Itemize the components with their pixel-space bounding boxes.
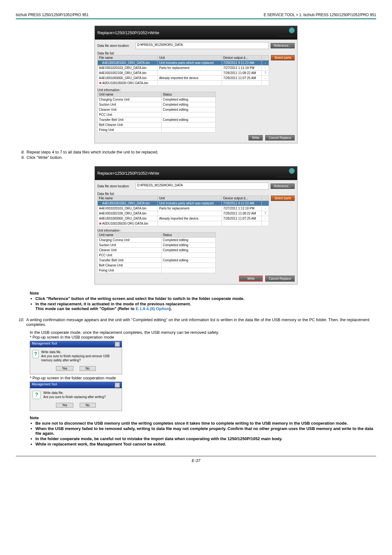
write-screen-2: Replace>1250/1250P/1052>Write KONICA MIN… (95, 166, 297, 284)
table-row[interactable]: A4EU001000000_ORU_DATA.binAlready import… (98, 216, 269, 221)
store-location-label: Data file store location: (97, 44, 134, 47)
brand-logo-label: KONICA MINOLTA (276, 35, 295, 37)
data-file-list-label: Data file list: (97, 192, 295, 196)
page-header: bizhub PRESS 1250/1250P/1052/PRO 951 E S… (16, 13, 376, 19)
write-button-2[interactable]: Write (239, 276, 263, 282)
popup-caption-2: * Pop-up screen in the folder cooperatio… (30, 376, 376, 380)
data-file-table[interactable]: File name Unit Device output d... ➡ A4EU… (97, 55, 269, 86)
reference-button[interactable]: Reference... (271, 43, 295, 48)
question-icon: ? (33, 391, 41, 399)
popup-msg-2: Are you sure to finish replacing and rem… (41, 354, 119, 362)
yes-button[interactable]: Yes (56, 403, 73, 408)
note-bullet: In the folder cooperate mode, be careful… (35, 436, 376, 441)
write-button-1[interactable]: Write (248, 135, 263, 140)
table-row[interactable]: ✖ A0DU100105030 ORU DATA.bin (98, 81, 269, 86)
data-file-list-label: Data file list: (97, 52, 295, 55)
popup-msg-1: Write data file. (41, 350, 119, 354)
app-title-bar: Replace>1250/1250P/1052>Write KONICA MIN… (95, 26, 297, 40)
col-filename: File name (98, 55, 158, 60)
yes-button[interactable]: Yes (56, 366, 73, 371)
select-parts-button[interactable]: Select parts (271, 196, 295, 201)
no-button[interactable]: No (80, 403, 96, 408)
table-row[interactable]: ➡ A4EU001001001_ORU_DATA.bin Unit includ… (98, 60, 269, 65)
close-icon[interactable]: × (115, 383, 120, 388)
x-icon: ✖ (99, 222, 101, 225)
note-bullet: While in replacement work, the Managemen… (35, 442, 376, 446)
note-2: Note Be sure not to disconnect the USB m… (30, 415, 376, 446)
x-icon: ✖ (99, 81, 101, 85)
table-row[interactable]: A4EV001020103_ORU_DATA.binParts for repl… (98, 206, 269, 211)
app-title-bar: Replace>1250/1250P/1052>Write KONICA MIN… (95, 166, 297, 180)
brand-logo-icon (289, 28, 295, 33)
cancel-replace-button-1[interactable]: Cancel Replace (265, 135, 295, 140)
app-title-text: Replace>1250/1250P/1052>Write (97, 171, 159, 176)
option-link[interactable]: E.1.8.4.(8) Option (136, 306, 169, 311)
table-row[interactable]: A4EX001002108_ORU_DATA.bin7/26/2011 11:0… (98, 211, 269, 216)
arrow-icon: ➡ (99, 202, 101, 205)
close-icon[interactable]: × (115, 342, 120, 347)
col-date: Device output d... (222, 55, 262, 60)
unit-info-table: Unit name Status Charging Corona UnitCom… (97, 92, 216, 133)
unit-info-table: Unit nameStatus Charging Corona UnitComp… (97, 232, 216, 273)
popup-folder: Management Tool × ? Write data file. Are… (30, 382, 122, 411)
arrow-icon: ➡ (99, 61, 101, 65)
note-title: Note (30, 291, 376, 296)
popup-caption-1: * Pop-up screen in the USB cooperation m… (30, 335, 376, 340)
write-screen-1: Replace>1250/1250P/1052>Write KONICA MIN… (95, 26, 297, 143)
question-icon: ? (33, 350, 39, 358)
no-button[interactable]: No (80, 366, 96, 371)
step-text: Click "Write" button. (27, 155, 63, 160)
sub-line: In the USB cooperate mode, once the repl… (30, 330, 376, 335)
popup-usb: Management Tool × ? Write data file. Are… (30, 341, 122, 374)
popup-msg-1: Write data file. (43, 391, 106, 395)
table-row[interactable]: A4EX001002108_ORU_DATA.bin 7/26/2011 11:… (98, 71, 269, 76)
table-row[interactable]: ✖ A0DU100105030 ORU DATA.bin (98, 221, 269, 226)
step-num: 9. (16, 155, 27, 160)
step-text: Repeat steps 4 to 7 to all data files wh… (27, 150, 158, 154)
note-bullet: In the next replacement, it is activated… (35, 302, 376, 311)
col-unitname: Unit name (98, 92, 162, 97)
reference-button[interactable]: Reference... (271, 184, 295, 189)
brand-logo-icon (289, 168, 295, 174)
popup-title-text: Management Tool (32, 383, 57, 388)
note-1: Note Click "Reference" button of the wri… (30, 291, 376, 311)
table-row[interactable]: A4EU001000000_ORU_DATA.bin Already impor… (98, 76, 269, 81)
popup-title-text: Management Tool (32, 342, 57, 347)
col-status: Status (162, 92, 216, 97)
step-num: 8. (16, 150, 27, 154)
store-location-input[interactable]: D:¥PRESS_M1250¥ORU_DATA (136, 42, 269, 49)
note-bullet: When the USB memory failed to be removed… (35, 426, 376, 436)
brand-logo-area: KONICA MINOLTA (276, 28, 295, 38)
table-row[interactable]: ➡ A4EU001001001_ORU_DATA.bin Unit includ… (98, 201, 269, 206)
step-text: A writing confirmation message appears a… (26, 317, 376, 327)
popup-msg-2: Are you sure to finish replacing after w… (43, 395, 106, 399)
brand-logo-area: KONICA MINOLTA (276, 168, 295, 178)
note-title: Note (30, 415, 376, 420)
note-bullet: Click "Reference" button of the writing … (35, 296, 376, 301)
page-number: E-37 (16, 456, 376, 463)
data-file-table[interactable]: File name Unit Device output d... ➡ A4EU… (97, 196, 269, 226)
unit-info-label: Unit information : (97, 229, 295, 232)
cancel-replace-button-2[interactable]: Cancel Replace (265, 276, 295, 282)
store-location-label: Data file store location: (97, 184, 134, 188)
select-parts-button[interactable]: Select parts (271, 55, 295, 60)
header-left: bizhub PRESS 1250/1250P/1052/PRO 951 (16, 13, 89, 17)
app-title-text: Replace>1250/1250P/1052>Write (97, 30, 159, 35)
store-location-input[interactable]: D:¥PRESS_M1250¥ORU_DATA (136, 183, 269, 190)
col-scroll (262, 55, 269, 60)
table-row[interactable]: A4EV001020103_ORU_DATA.bin Parts for rep… (98, 65, 269, 71)
brand-logo-label: KONICA MINOLTA (276, 176, 295, 178)
step-num: 10. (16, 317, 26, 327)
header-right: E SERVICE TOOL > 1. bizhub PRESS 1250/12… (264, 13, 376, 17)
col-unit: Unit (158, 55, 222, 60)
note-bullet: Be sure not to disconnect the USB memory… (35, 421, 376, 426)
unit-info-label: Unit information : (97, 88, 295, 92)
